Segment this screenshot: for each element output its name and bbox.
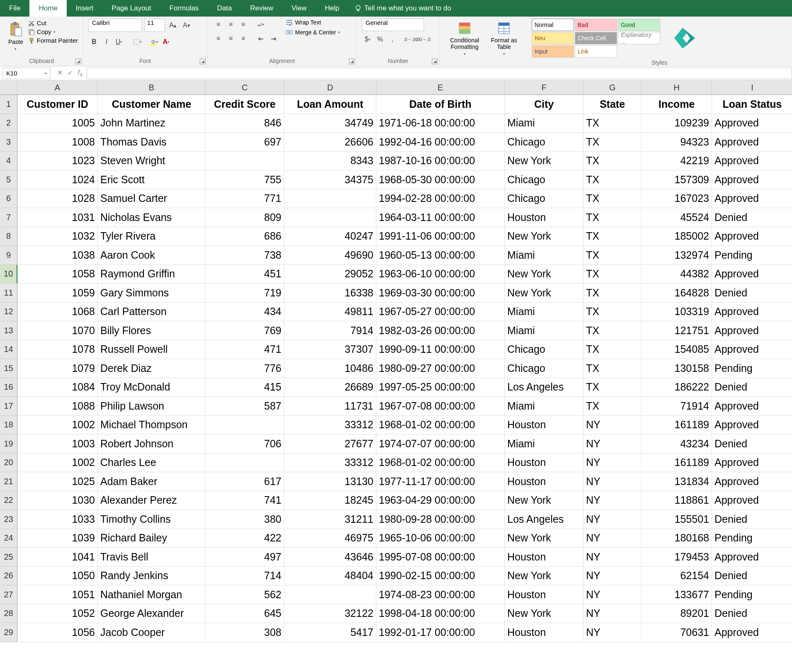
cell[interactable]: 31211 [284, 510, 376, 529]
row-header[interactable]: 28 [0, 604, 17, 623]
cell[interactable]: 738 [206, 246, 284, 265]
cell[interactable]: 1068 [17, 303, 98, 322]
fx-icon[interactable]: fx [78, 69, 82, 78]
cell[interactable]: TX [584, 152, 642, 171]
decrease-decimal-button[interactable]: .00→.0 [417, 34, 429, 45]
cell[interactable]: Chicago [505, 170, 584, 189]
cell[interactable]: 1039 [17, 529, 98, 548]
row-header[interactable]: 5 [0, 170, 17, 189]
italic-button[interactable]: I [101, 36, 112, 48]
cell[interactable]: 1974-08-23 00:00:00 [376, 585, 505, 604]
row-header[interactable]: 17 [0, 397, 17, 416]
cell[interactable]: 157309 [642, 170, 712, 189]
cell[interactable]: Credit Score [206, 95, 284, 114]
cell[interactable]: Loan Amount [284, 95, 376, 114]
row-header[interactable]: 3 [0, 133, 17, 152]
cell[interactable] [284, 208, 376, 227]
cell[interactable]: 1971-06-18 00:00:00 [376, 114, 505, 133]
cell[interactable]: 706 [206, 434, 284, 454]
cell[interactable]: TX [584, 359, 642, 378]
cell[interactable]: New York [505, 567, 584, 586]
align-top-button[interactable]: ≡ [213, 19, 224, 30]
column-header-E[interactable]: E [376, 80, 505, 95]
cell[interactable]: 497 [206, 548, 284, 567]
cell[interactable]: 33312 [284, 454, 376, 473]
cell[interactable]: 1033 [17, 510, 98, 529]
row-header[interactable]: 14 [0, 340, 17, 359]
cell[interactable]: 769 [206, 321, 284, 340]
cell[interactable]: Miami [505, 321, 584, 340]
cell[interactable]: 741 [206, 491, 284, 510]
cell[interactable]: 34375 [284, 170, 376, 189]
style-input[interactable]: Input [532, 45, 574, 58]
increase-font-button[interactable]: A▴ [167, 19, 179, 31]
row-header[interactable]: 11 [0, 284, 17, 303]
cell[interactable]: 1968-01-02 00:00:00 [376, 416, 505, 435]
dialog-launcher-icon[interactable]: ◢ [432, 58, 438, 64]
font-color-button[interactable]: A▾ [160, 36, 172, 48]
cell[interactable]: Houston [505, 472, 584, 491]
cut-button[interactable]: Cut [28, 19, 78, 27]
cell[interactable]: 1963-04-29 00:00:00 [376, 491, 505, 510]
cell[interactable]: Approved [712, 133, 792, 152]
row-header[interactable]: 23 [0, 510, 17, 529]
cell[interactable]: 1078 [17, 340, 98, 359]
cell[interactable]: NY [584, 529, 642, 548]
cell[interactable]: Eric Scott [98, 170, 206, 189]
cell[interactable]: Alexander Perez [98, 491, 206, 510]
cell[interactable]: Houston [505, 416, 584, 435]
cell[interactable]: 132974 [642, 246, 712, 265]
cell[interactable]: 46975 [284, 529, 376, 548]
align-center-button[interactable]: ≡ [225, 33, 237, 44]
cell[interactable]: 37307 [284, 340, 376, 359]
cell[interactable]: 686 [206, 227, 284, 246]
cell[interactable]: TX [584, 321, 642, 340]
cell[interactable]: TX [584, 378, 642, 397]
cell[interactable]: 1967-07-08 00:00:00 [376, 397, 505, 416]
cell[interactable]: Pending [712, 246, 792, 265]
font-name-select[interactable]: Calibri [88, 19, 142, 32]
row-header[interactable]: 2 [0, 114, 17, 133]
cell[interactable]: NY [584, 567, 642, 586]
cell[interactable]: 1969-03-30 00:00:00 [376, 284, 505, 303]
increase-decimal-button[interactable]: .0→.00 [405, 34, 417, 45]
cell[interactable]: Chicago [505, 133, 584, 152]
cell[interactable]: Denied [712, 604, 792, 623]
tab-review[interactable]: Review [241, 0, 283, 17]
cell[interactable]: 5417 [284, 623, 376, 642]
align-right-button[interactable]: ≡ [237, 33, 249, 44]
cell[interactable]: 1031 [17, 208, 98, 227]
cell[interactable]: 771 [206, 189, 284, 209]
cell[interactable]: Steven Wright [98, 152, 206, 171]
cell[interactable]: TX [584, 227, 642, 246]
cell[interactable]: 1025 [17, 472, 98, 491]
format-as-table-button[interactable]: Format as Table▾ [486, 19, 522, 58]
cell[interactable]: Approved [712, 303, 792, 322]
cell[interactable]: Nicholas Evans [98, 208, 206, 227]
cell[interactable]: Samuel Carter [98, 189, 206, 209]
row-header[interactable]: 24 [0, 529, 17, 548]
tab-page-layout[interactable]: Page Layout [102, 0, 160, 17]
wrap-text-button[interactable]: Wrap Text [286, 19, 340, 26]
dialog-launcher-icon[interactable]: ◢ [349, 58, 355, 64]
row-header[interactable]: 19 [0, 434, 17, 454]
cell[interactable]: 103319 [642, 303, 712, 322]
cell[interactable]: 617 [206, 472, 284, 491]
cell[interactable]: Income [642, 95, 712, 114]
cell[interactable]: 1079 [17, 359, 98, 378]
cell[interactable]: 1023 [17, 152, 98, 171]
row-header[interactable]: 21 [0, 472, 17, 491]
row-header[interactable]: 29 [0, 623, 17, 642]
cell[interactable]: 1992-04-16 00:00:00 [376, 133, 505, 152]
row-header[interactable]: 25 [0, 548, 17, 567]
row-header[interactable]: 6 [0, 189, 17, 209]
row-header[interactable]: 15 [0, 359, 17, 378]
cell[interactable]: Pending [712, 585, 792, 604]
cell[interactable]: 1008 [17, 133, 98, 152]
font-size-select[interactable]: 11 [144, 19, 165, 32]
column-header-D[interactable]: D [284, 80, 376, 95]
cell[interactable]: Russell Powell [98, 340, 206, 359]
cell[interactable]: 26689 [284, 378, 376, 397]
cell[interactable]: Miami [505, 114, 584, 133]
cell[interactable]: Approved [712, 416, 792, 435]
